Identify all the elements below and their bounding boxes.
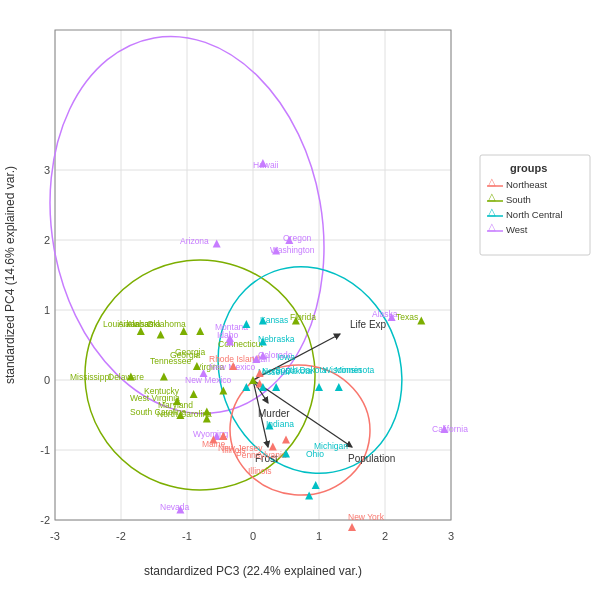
legend-northeast-symbol: △ — [488, 176, 496, 187]
state-california: California — [432, 424, 468, 434]
state-texas: Texas — [396, 312, 418, 322]
state-nevada: Nevada — [160, 502, 190, 512]
y-axis-label: standardized PC4 (14.6% explained var.) — [3, 166, 17, 384]
state-wisconsin: Wisconsin — [323, 365, 362, 375]
legend-west-label: West — [506, 224, 528, 235]
state-ohio: Ohio — [306, 449, 324, 459]
legend-south-label: South — [506, 194, 531, 205]
legend-title: groups — [510, 162, 547, 174]
x-axis-label: standardized PC3 (22.4% explained var.) — [144, 564, 362, 578]
state-iowa: Iowa — [277, 352, 295, 362]
state-connecticut: Connecticut — [218, 339, 264, 349]
svg-text:-1: -1 — [40, 444, 50, 456]
legend-west-symbol: △ — [488, 221, 496, 232]
legend-northcentral-symbol: △ — [488, 206, 496, 217]
svg-text:-3: -3 — [50, 530, 60, 542]
svg-text:0: 0 — [44, 374, 50, 386]
lifeexp-label: Life Exp — [350, 319, 387, 330]
state-oklahoma: Oklahoma — [147, 319, 186, 329]
legend-northeast-label: Northeast — [506, 179, 548, 190]
svg-text:-1: -1 — [182, 530, 192, 542]
svg-text:0: 0 — [250, 530, 256, 542]
state-northdakota: North Dakota — [262, 366, 312, 376]
svg-text:-2: -2 — [40, 514, 50, 526]
main-chart: -3 -2 -1 0 1 2 3 -2 -1 0 1 2 3 standardi… — [0, 0, 600, 600]
state-delaware: Delaware — [108, 372, 144, 382]
state-illinois-frost: Illinois — [248, 466, 272, 476]
state-illinois-ne: Illinois — [222, 445, 246, 455]
legend-northcentral-label: North Central — [506, 209, 563, 220]
state-georgia2: Georgia — [170, 350, 201, 360]
state-alaska: Alaska — [372, 309, 398, 319]
state-newmexico: New Mexico — [185, 375, 232, 385]
population-label: Population — [348, 453, 395, 464]
svg-text:1: 1 — [316, 530, 322, 542]
svg-text:3: 3 — [44, 164, 50, 176]
svg-text:2: 2 — [44, 234, 50, 246]
state-arizona: Arizona — [180, 236, 209, 246]
chart-background — [0, 0, 600, 600]
state-mississippi: Mississippi — [70, 372, 111, 382]
svg-text:1: 1 — [44, 304, 50, 316]
svg-text:2: 2 — [382, 530, 388, 542]
state-newyork: New York — [348, 512, 385, 522]
svg-text:-2: -2 — [116, 530, 126, 542]
murder-label: Murder — [258, 408, 290, 419]
legend-south-symbol: △ — [488, 191, 496, 202]
chart-container: -3 -2 -1 0 1 2 3 -2 -1 0 1 2 3 standardi… — [0, 0, 600, 600]
svg-text:3: 3 — [448, 530, 454, 542]
